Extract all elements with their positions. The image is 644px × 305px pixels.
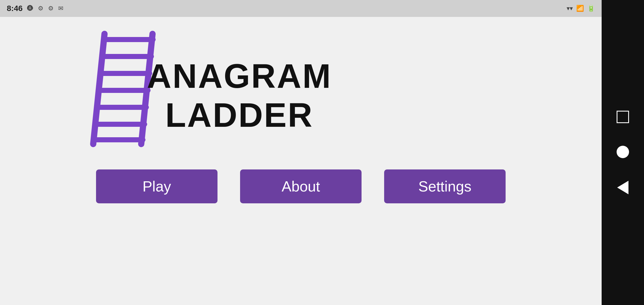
settings-button[interactable]: Settings — [384, 169, 506, 203]
title-line-ladder: LADDER — [147, 95, 332, 134]
wifi-icon: ▾▾ — [567, 5, 573, 12]
settings-icon-2: ⚙ — [48, 5, 54, 12]
battery-icon: 🔋 — [587, 5, 595, 12]
logo-section: ANAGRAM LADDER — [0, 28, 602, 147]
nav-circle-icon[interactable] — [617, 146, 629, 158]
status-bar: 8:46 🅐 ⚙ ⚙ ✉ ▾▾ 📶 🔋 — [0, 0, 602, 17]
main-screen: 8:46 🅐 ⚙ ⚙ ✉ ▾▾ 📶 🔋 — [0, 0, 602, 305]
title-line-anagram: ANAGRAM — [147, 56, 332, 95]
about-button[interactable]: About — [240, 169, 362, 203]
menu-buttons-row: Play About Settings — [0, 169, 602, 203]
accessibility-icon: 🅐 — [27, 5, 33, 12]
settings-icon-1: ⚙ — [38, 5, 43, 12]
status-time: 8:46 — [7, 4, 23, 13]
play-button[interactable]: Play — [96, 169, 217, 203]
nav-back-icon[interactable] — [617, 181, 628, 194]
nav-square-icon[interactable] — [617, 111, 629, 123]
status-right: ▾▾ 📶 🔋 — [567, 5, 595, 12]
signal-icon: 📶 — [576, 5, 584, 12]
app-title: ANAGRAM LADDER — [147, 56, 332, 134]
gmail-icon: ✉ — [58, 5, 63, 12]
content-area: ANAGRAM LADDER Play About Settings — [0, 17, 602, 305]
nav-bar — [602, 0, 644, 305]
status-left: 8:46 🅐 ⚙ ⚙ ✉ — [7, 4, 63, 13]
